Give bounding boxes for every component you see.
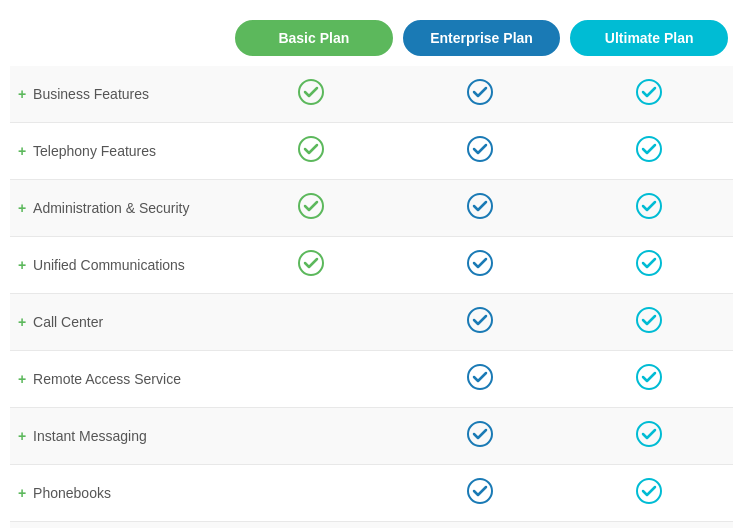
svg-point-14 xyxy=(468,365,492,389)
plan-button-ultimate[interactable]: Ultimate Plan xyxy=(570,20,728,56)
plus-icon: + xyxy=(18,428,30,444)
table-row: + Business Features xyxy=(10,66,733,123)
plus-icon: + xyxy=(18,143,30,159)
table-row: + Telephony Features xyxy=(10,123,733,180)
plus-icon: + xyxy=(18,371,30,387)
basic-check-cell xyxy=(226,180,395,237)
enterprise-check-cell xyxy=(395,351,564,408)
ultimate-check-icon xyxy=(635,363,663,391)
enterprise-check-icon xyxy=(466,135,494,163)
svg-point-15 xyxy=(637,365,661,389)
svg-point-7 xyxy=(468,194,492,218)
basic-check-cell xyxy=(226,294,395,351)
basic-check-cell xyxy=(226,237,395,294)
basic-check-cell xyxy=(226,66,395,123)
plus-icon: + xyxy=(18,86,30,102)
basic-check-cell xyxy=(226,465,395,522)
plus-icon: + xyxy=(18,485,30,501)
enterprise-check-cell xyxy=(395,66,564,123)
feature-label: Unified Communications xyxy=(33,257,185,273)
svg-point-11 xyxy=(637,251,661,275)
table-row: + Remote Access Service xyxy=(10,351,733,408)
enterprise-check-icon xyxy=(466,192,494,220)
plan-button-enterprise[interactable]: Enterprise Plan xyxy=(403,20,561,56)
svg-point-0 xyxy=(299,80,323,104)
ultimate-check-icon xyxy=(635,306,663,334)
enterprise-check-icon xyxy=(466,78,494,106)
enterprise-check-cell xyxy=(395,465,564,522)
svg-point-18 xyxy=(468,479,492,503)
ultimate-check-cell xyxy=(564,465,733,522)
svg-point-5 xyxy=(637,137,661,161)
svg-point-13 xyxy=(637,308,661,332)
ultimate-check-icon xyxy=(635,78,663,106)
plus-icon: + xyxy=(18,314,30,330)
basic-check-cell xyxy=(226,123,395,180)
enterprise-check-icon xyxy=(466,477,494,505)
feature-name-cell[interactable]: + Call Center xyxy=(10,294,226,351)
plan-button-basic[interactable]: Basic Plan xyxy=(235,20,393,56)
table-row: + Administration & Security xyxy=(10,180,733,237)
basic-check-icon xyxy=(297,249,325,277)
ultimate-check-cell xyxy=(564,522,733,529)
basic-check-icon xyxy=(297,78,325,106)
ultimate-check-icon xyxy=(635,477,663,505)
plans-header: Basic PlanEnterprise PlanUltimate Plan xyxy=(10,20,733,56)
feature-label: Phonebooks xyxy=(33,485,111,501)
enterprise-check-cell xyxy=(395,237,564,294)
ultimate-check-cell xyxy=(564,66,733,123)
ultimate-check-icon xyxy=(635,192,663,220)
ultimate-check-icon xyxy=(635,135,663,163)
basic-check-icon xyxy=(297,135,325,163)
svg-point-12 xyxy=(468,308,492,332)
svg-point-10 xyxy=(468,251,492,275)
feature-name-cell[interactable]: + Telephony Features xyxy=(10,123,226,180)
feature-name-cell[interactable]: + CRM Integration xyxy=(10,522,226,529)
svg-point-19 xyxy=(637,479,661,503)
svg-point-6 xyxy=(299,194,323,218)
feature-label: Business Features xyxy=(33,86,149,102)
feature-label: Instant Messaging xyxy=(33,428,147,444)
feature-label: Remote Access Service xyxy=(33,371,181,387)
svg-point-2 xyxy=(637,80,661,104)
table-row: + CRM Integration xyxy=(10,522,733,529)
enterprise-check-cell xyxy=(395,522,564,529)
feature-label: Call Center xyxy=(33,314,103,330)
plus-icon: + xyxy=(18,257,30,273)
feature-name-cell[interactable]: + Business Features xyxy=(10,66,226,123)
ultimate-check-cell xyxy=(564,180,733,237)
svg-point-16 xyxy=(468,422,492,446)
ultimate-check-cell xyxy=(564,294,733,351)
enterprise-check-icon xyxy=(466,363,494,391)
svg-point-3 xyxy=(299,137,323,161)
ultimate-check-cell xyxy=(564,351,733,408)
ultimate-check-cell xyxy=(564,408,733,465)
svg-point-1 xyxy=(468,80,492,104)
svg-point-4 xyxy=(468,137,492,161)
svg-point-8 xyxy=(637,194,661,218)
enterprise-check-cell xyxy=(395,123,564,180)
feature-name-cell[interactable]: + Instant Messaging xyxy=(10,408,226,465)
basic-check-cell xyxy=(226,408,395,465)
enterprise-check-cell xyxy=(395,408,564,465)
basic-check-cell xyxy=(226,351,395,408)
enterprise-check-cell xyxy=(395,180,564,237)
feature-label: Telephony Features xyxy=(33,143,156,159)
feature-name-cell[interactable]: + Unified Communications xyxy=(10,237,226,294)
feature-name-cell[interactable]: + Remote Access Service xyxy=(10,351,226,408)
plus-icon: + xyxy=(18,200,30,216)
basic-check-icon xyxy=(297,192,325,220)
ultimate-check-cell xyxy=(564,237,733,294)
feature-name-cell[interactable]: + Phonebooks xyxy=(10,465,226,522)
svg-point-17 xyxy=(637,422,661,446)
enterprise-check-icon xyxy=(466,420,494,448)
features-table: + Business Features + Telephony Features… xyxy=(10,66,733,528)
pricing-container: Basic PlanEnterprise PlanUltimate Plan +… xyxy=(0,0,743,528)
table-row: + Instant Messaging xyxy=(10,408,733,465)
feature-name-cell[interactable]: + Administration & Security xyxy=(10,180,226,237)
ultimate-check-icon xyxy=(635,249,663,277)
enterprise-check-icon xyxy=(466,306,494,334)
enterprise-check-cell xyxy=(395,294,564,351)
svg-point-9 xyxy=(299,251,323,275)
basic-check-cell xyxy=(226,522,395,529)
